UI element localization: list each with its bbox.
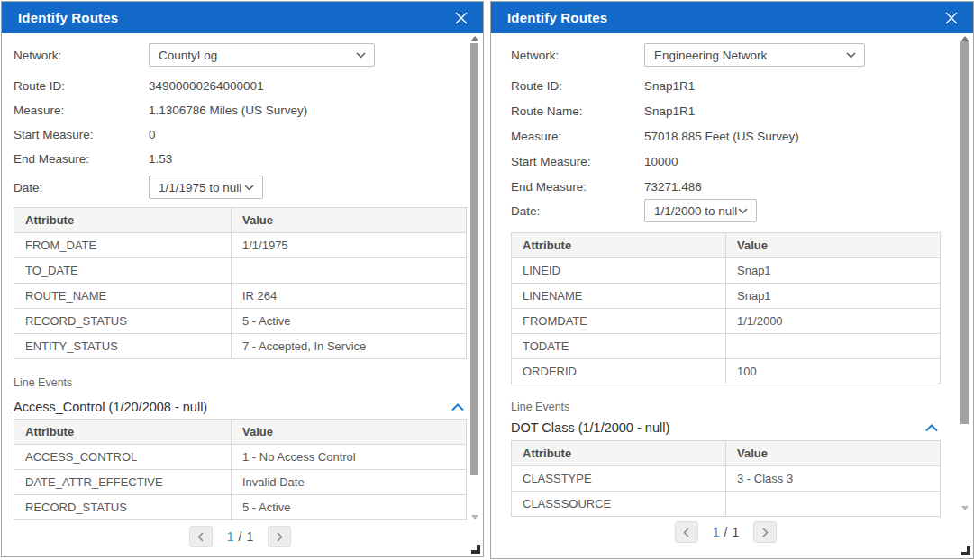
table-row: RECORD_STATUS5 - Active <box>14 495 467 520</box>
dialog-title: Identify Routes <box>18 10 118 25</box>
network-label: Network: <box>511 49 644 62</box>
table-row: RECORD_STATUS5 - Active <box>14 309 467 334</box>
next-page-button[interactable] <box>268 526 291 547</box>
network-select[interactable]: CountyLog <box>149 43 375 67</box>
attribute-cell: FROM_DATE <box>14 233 232 258</box>
line-event-title: Access_Control (1/20/2008 - null) <box>14 400 207 414</box>
table-row: TODATE <box>512 334 941 359</box>
line-event-table: Attribute Value ACCESS_CONTROL1 - No Acc… <box>14 419 467 520</box>
dialog-title: Identify Routes <box>507 10 607 25</box>
attribute-column-header: Attribute <box>512 441 726 466</box>
date-select-value: 1/1/1975 to null <box>159 181 241 194</box>
table-header-row: Attribute Value <box>512 233 941 258</box>
previous-page-button[interactable] <box>675 521 698 543</box>
close-icon[interactable] <box>453 10 469 26</box>
start-measure-value: 0 <box>149 128 156 141</box>
dialog-header: Identify Routes <box>491 2 973 33</box>
pagination: 1 / 1 <box>14 526 467 547</box>
end-measure-label: End Measure: <box>511 180 644 194</box>
date-select[interactable]: 1/1/2000 to null <box>644 199 757 222</box>
measure-label: Measure: <box>14 104 149 117</box>
line-event-header: Access_Control (1/20/2008 - null) <box>14 398 467 416</box>
attribute-cell: LINENAME <box>512 284 726 309</box>
route-id-value: Snap1R1 <box>644 79 695 93</box>
end-measure-value: 1.53 <box>149 152 172 166</box>
scroll-up-arrow-icon[interactable] <box>961 36 969 41</box>
value-cell: 1/1/2000 <box>726 309 941 334</box>
table-row: CLASSSOURCE <box>512 492 941 517</box>
attribute-cell: DATE_ATTR_EFFECTIVE <box>14 470 232 495</box>
network-select-value: Engineering Network <box>654 49 767 62</box>
scrollbar-thumb[interactable] <box>470 43 478 475</box>
attribute-column-header: Attribute <box>14 420 232 445</box>
measure-label: Measure: <box>511 130 644 143</box>
value-cell: 5 - Active <box>232 309 467 334</box>
dialog-header: Identify Routes <box>2 2 483 33</box>
attribute-cell: ROUTE_NAME <box>14 284 232 309</box>
value-cell: Snap1 <box>726 258 941 284</box>
value-cell: Snap1 <box>726 284 941 309</box>
value-cell: Invalid Date <box>232 470 467 495</box>
table-header-row: Attribute Value <box>14 208 467 233</box>
route-name-value: Snap1R1 <box>644 104 695 118</box>
scroll-down-arrow-icon[interactable] <box>961 506 969 510</box>
chevron-up-icon[interactable] <box>451 403 467 411</box>
attribute-cell: RECORD_STATUS <box>14 309 232 334</box>
date-label: Date: <box>511 204 644 218</box>
attribute-cell: TODATE <box>512 334 726 359</box>
value-cell <box>726 492 941 517</box>
measure-value: 57018.885 Feet (US Survey) <box>644 130 799 143</box>
chevron-down-icon <box>244 185 254 191</box>
attribute-cell: RECORD_STATUS <box>14 495 232 520</box>
value-column-header: Value <box>726 441 941 466</box>
table-row: ORDERID100 <box>512 359 941 384</box>
date-label: Date: <box>14 181 149 194</box>
route-name-label: Route Name: <box>511 104 644 118</box>
chevron-down-icon <box>356 52 366 59</box>
resize-handle[interactable] <box>471 545 480 554</box>
value-cell: 7 - Accepted, In Service <box>232 334 467 359</box>
scroll-down-arrow-icon[interactable] <box>471 515 478 519</box>
value-cell: 3 - Class 3 <box>726 466 941 492</box>
table-row: ACCESS_CONTROL1 - No Access Control <box>14 445 467 470</box>
chevron-down-icon <box>738 208 748 214</box>
page-separator: / <box>239 529 242 544</box>
scrollbar-thumb[interactable] <box>960 41 969 424</box>
value-cell: IR 264 <box>232 284 467 309</box>
table-row: TO_DATE <box>14 258 467 284</box>
value-column-header: Value <box>232 208 467 233</box>
value-cell: 1/1/1975 <box>232 233 467 258</box>
dialog-content: Network: CountyLog Route ID: 34900000264… <box>2 33 468 556</box>
resize-handle[interactable] <box>961 546 970 555</box>
measure-value: 1.1306786 Miles (US Survey) <box>149 104 307 117</box>
value-column-header: Value <box>232 420 467 445</box>
table-header-row: Attribute Value <box>512 441 941 466</box>
current-page: 1 <box>713 525 720 539</box>
attribute-cell: ACCESS_CONTROL <box>14 445 232 470</box>
previous-page-button[interactable] <box>189 526 213 547</box>
scroll-up-arrow-icon[interactable] <box>471 36 478 41</box>
line-events-label: Line Events <box>14 376 468 391</box>
scrollbar[interactable] <box>959 36 971 554</box>
chevron-up-icon[interactable] <box>925 424 941 432</box>
scrollbar[interactable] <box>469 36 481 552</box>
network-select[interactable]: Engineering Network <box>644 43 865 67</box>
table-row: FROMDATE1/1/2000 <box>512 309 941 334</box>
table-row: LINEIDSnap1 <box>512 258 941 284</box>
table-row: CLASSTYPE3 - Class 3 <box>512 466 941 492</box>
next-page-button[interactable] <box>753 521 777 543</box>
dialog-content: Network: Engineering Network Route ID: S… <box>491 33 958 558</box>
attribute-cell: ENTITY_STATUS <box>14 334 232 359</box>
pagination: 1 / 1 <box>511 521 941 543</box>
attribute-cell: FROMDATE <box>512 309 726 334</box>
line-event-header: DOT Class (1/1/2000 - null) <box>511 419 941 437</box>
attribute-table: Attribute Value LINEIDSnap1 LINENAMESnap… <box>511 232 941 384</box>
date-select-value: 1/1/2000 to null <box>654 204 737 218</box>
start-measure-value: 10000 <box>644 155 678 168</box>
date-select[interactable]: 1/1/1975 to null <box>149 176 263 199</box>
close-icon[interactable] <box>943 10 960 26</box>
page-indicator: 1 / 1 <box>713 525 739 539</box>
value-cell <box>232 258 467 284</box>
value-column-header: Value <box>726 233 941 258</box>
page-indicator: 1 / 1 <box>227 529 253 544</box>
